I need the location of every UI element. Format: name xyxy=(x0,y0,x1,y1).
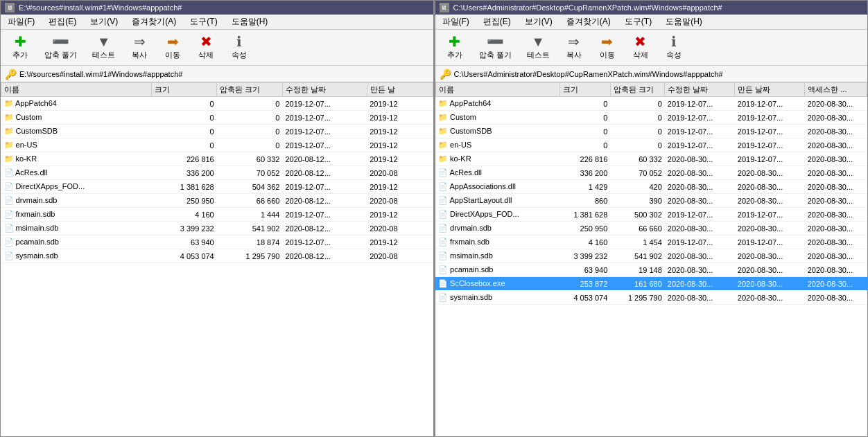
right-btn-move[interactable]: ➡ 이동 xyxy=(592,33,623,62)
file-name: 📁 ko-KR xyxy=(1,152,152,166)
left-menu-fav[interactable]: 즐겨찾기(A) xyxy=(128,15,180,29)
right-col-accessed[interactable]: 액세스한 ... xyxy=(805,83,867,97)
file-compressed: 161 680 xyxy=(610,277,665,291)
table-row[interactable]: 📄 msimain.sdb 3 399 232 541 902 2020-08-… xyxy=(435,249,867,263)
right-menu-fav[interactable]: 즐겨찾기(A) xyxy=(562,15,615,29)
right-props-icon: ℹ xyxy=(671,35,677,48)
left-menu-edit[interactable]: 편집(E) xyxy=(44,15,80,29)
left-col-modified[interactable]: 수정한 날짜 xyxy=(282,83,367,97)
table-row[interactable]: 📄 AppStartLayout.dll 860 390 2020-08-30.… xyxy=(435,194,867,208)
table-row[interactable]: 📄 frxmain.sdb 4 160 1 444 2019-12-07... … xyxy=(1,208,433,222)
left-menu-view[interactable]: 보기(V) xyxy=(86,15,122,29)
right-btn-copy[interactable]: ⇒ 복사 xyxy=(559,33,589,62)
file-name: 📄 AppStartLayout.dll xyxy=(435,194,559,208)
right-menu-tools[interactable]: 도구(T) xyxy=(620,15,656,29)
table-row[interactable]: 📁 AppPatch64 0 0 2019-12-07... 2019-12-0… xyxy=(435,97,867,111)
table-row[interactable]: 📄 sysmain.sdb 4 053 074 1 295 790 2020-0… xyxy=(1,249,433,263)
file-size: 4 053 074 xyxy=(151,249,217,263)
file-compressed: 0 xyxy=(610,111,665,125)
left-btn-extract[interactable]: ➖ 압축 풀기 xyxy=(38,33,83,62)
table-row[interactable]: 📄 sysmain.sdb 4 053 074 1 295 790 2020-0… xyxy=(435,291,867,305)
right-btn-add[interactable]: ✚ 추가 xyxy=(440,33,470,62)
right-col-size[interactable]: 크기 xyxy=(559,83,610,97)
table-row[interactable]: 📄 pcamain.sdb 63 940 18 874 2019-12-07..… xyxy=(1,235,433,249)
table-row[interactable]: 📁 CustomSDB 0 0 2019-12-07... 2019-12 xyxy=(1,125,433,139)
left-menu-help[interactable]: 도움말(H) xyxy=(227,15,272,29)
table-row[interactable]: 📄 AppAssociations.dll 1 429 420 2020-08-… xyxy=(435,180,867,194)
left-btn-copy[interactable]: ⇒ 복사 xyxy=(124,33,155,62)
file-type-icon: 📄 xyxy=(438,168,448,177)
table-row[interactable]: 📄 drvmain.sdb 250 950 66 660 2020-08-30.… xyxy=(435,222,867,235)
table-row[interactable]: 📁 Custom 0 0 2019-12-07... 2019-12-07...… xyxy=(435,111,867,125)
file-compressed: 1 454 xyxy=(610,235,665,249)
left-menu-tools[interactable]: 도구(T) xyxy=(186,15,221,29)
right-btn-props[interactable]: ℹ 속성 xyxy=(659,33,689,62)
right-col-created[interactable]: 만든 날짜 xyxy=(735,83,805,97)
table-row[interactable]: 📄 DirectXApps_FOD... 1 381 628 504 362 2… xyxy=(1,180,433,194)
right-btn-extract-label: 압축 풀기 xyxy=(479,50,512,60)
file-size: 0 xyxy=(151,111,217,125)
move-icon: ➡ xyxy=(167,35,179,48)
left-col-created[interactable]: 만든 날 xyxy=(367,83,433,97)
table-row[interactable]: 📄 msimain.sdb 3 399 232 541 902 2020-08-… xyxy=(1,222,433,235)
right-btn-extract[interactable]: ➖ 압축 풀기 xyxy=(473,33,518,62)
table-row[interactable]: 📁 Custom 0 0 2019-12-07... 2019-12 xyxy=(1,111,433,125)
right-col-compressed[interactable]: 압축된 크기 xyxy=(610,83,665,97)
file-size: 0 xyxy=(151,125,217,139)
right-path-icon: 🔑 xyxy=(440,69,451,80)
table-row[interactable]: 📄 ScClosebox.exe 253 872 161 680 2020-08… xyxy=(435,277,867,291)
left-btn-test[interactable]: ▼ 테스트 xyxy=(86,33,121,62)
left-col-size[interactable]: 크기 xyxy=(151,83,217,97)
file-created: 2020-08-30... xyxy=(735,166,805,180)
table-row[interactable]: 📄 pcamain.sdb 63 940 19 148 2020-08-30..… xyxy=(435,263,867,277)
file-accessed: 2020-08-30... xyxy=(805,194,867,208)
table-row[interactable]: 📁 CustomSDB 0 0 2019-12-07... 2019-12-07… xyxy=(435,125,867,139)
table-row[interactable]: 📁 ko-KR 226 816 60 332 2020-08-30... 201… xyxy=(435,152,867,166)
table-row[interactable]: 📄 drvmain.sdb 250 950 66 660 2020-08-12.… xyxy=(1,194,433,208)
file-name: 📁 CustomSDB xyxy=(1,125,152,139)
table-row[interactable]: 📁 AppPatch64 0 0 2019-12-07... 2019-12 xyxy=(1,97,433,111)
file-name: 📄 msimain.sdb xyxy=(1,222,152,235)
left-menu-file[interactable]: 파일(F) xyxy=(3,15,39,29)
left-col-compressed[interactable]: 압축된 크기 xyxy=(217,83,283,97)
file-type-icon: 📄 xyxy=(4,224,14,232)
right-menu-edit[interactable]: 편집(E) xyxy=(479,15,515,29)
left-btn-delete[interactable]: ✖ 삭제 xyxy=(191,33,221,62)
left-btn-move[interactable]: ➡ 이동 xyxy=(157,33,188,62)
file-accessed: 2020-08-30... xyxy=(805,139,867,152)
props-icon: ℹ xyxy=(236,35,242,48)
table-row[interactable]: 📁 en-US 0 0 2019-12-07... 2019-12-07... … xyxy=(435,139,867,152)
file-modified: 2020-08-30... xyxy=(665,249,735,263)
right-btn-props-label: 속성 xyxy=(666,50,682,60)
right-menu-file[interactable]: 파일(F) xyxy=(438,15,474,29)
right-menu-view[interactable]: 보기(V) xyxy=(521,15,557,29)
left-path-bar: 🔑 E:\#sources#install.wim#1#Windows#appp… xyxy=(1,66,433,82)
file-size: 0 xyxy=(151,139,217,152)
left-col-name[interactable]: 이름 xyxy=(1,83,152,97)
file-size: 226 816 xyxy=(151,152,217,166)
table-row[interactable]: 📄 AcRes.dll 336 200 70 052 2020-08-12...… xyxy=(1,166,433,180)
right-col-modified[interactable]: 수정한 날짜 xyxy=(665,83,735,97)
right-col-name[interactable]: 이름 xyxy=(435,83,559,97)
file-compressed: 1 295 790 xyxy=(217,249,283,263)
file-accessed: 2020-08-30... xyxy=(805,249,867,263)
right-menu-help[interactable]: 도움말(H) xyxy=(661,15,706,29)
right-title-text: C:\Users#Administrator#Desktop#CupRamenX… xyxy=(453,3,722,12)
left-btn-props-label: 속성 xyxy=(232,50,247,60)
left-btn-add[interactable]: ✚ 추가 xyxy=(5,33,35,62)
right-btn-test[interactable]: ▼ 테스트 xyxy=(521,33,556,62)
table-row[interactable]: 📄 DirectXApps_FOD... 1 381 628 500 302 2… xyxy=(435,208,867,222)
table-row[interactable]: 📄 frxmain.sdb 4 160 1 454 2019-12-07... … xyxy=(435,235,867,249)
left-file-table[interactable]: 이름 크기 압축된 크기 수정한 날짜 만든 날 📁 AppPatch64 0 … xyxy=(1,82,433,436)
right-btn-delete[interactable]: ✖ 삭제 xyxy=(625,33,656,62)
file-created: 2019-12 xyxy=(367,97,433,111)
left-path-icon: 🔑 xyxy=(5,69,17,80)
table-row[interactable]: 📁 en-US 0 0 2019-12-07... 2019-12 xyxy=(1,139,433,152)
file-name: 📄 sysmain.sdb xyxy=(1,249,152,263)
table-row[interactable]: 📄 AcRes.dll 336 200 70 052 2020-08-30...… xyxy=(435,166,867,180)
right-file-table[interactable]: 이름 크기 압축된 크기 수정한 날짜 만든 날짜 액세스한 ... 📁 App… xyxy=(435,82,868,436)
extract-icon: ➖ xyxy=(52,35,69,48)
left-btn-props[interactable]: ℹ 속성 xyxy=(224,33,254,62)
table-row[interactable]: 📁 ko-KR 226 816 60 332 2020-08-12... 201… xyxy=(1,152,433,166)
file-accessed: 2020-08-30... xyxy=(805,152,867,166)
